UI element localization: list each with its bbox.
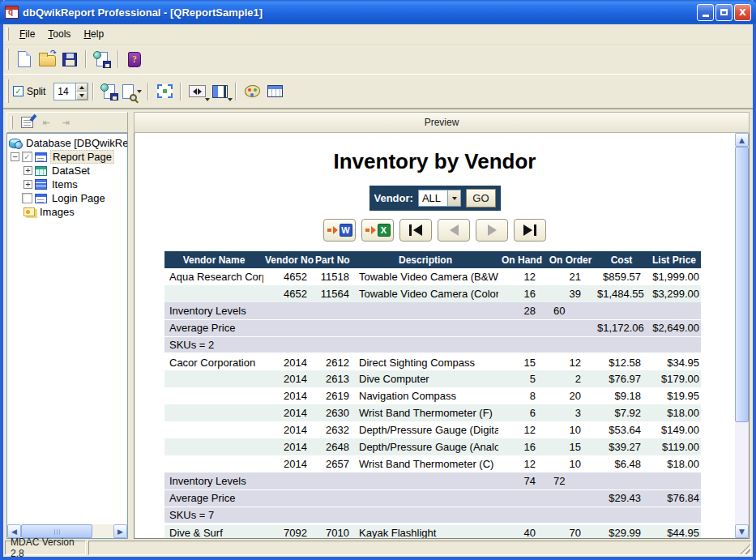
tree-toolbar: ⇤ ⇥ [6, 112, 128, 133]
table-cell: 16 [498, 438, 545, 455]
table-cell: Aqua Research Corp. [164, 268, 263, 285]
first-icon [413, 224, 422, 236]
table-cell: 16 [498, 285, 545, 302]
panel-splitter[interactable] [128, 112, 134, 539]
resize-grip[interactable] [740, 544, 750, 554]
summary-row: Inventory Levels7472 [164, 472, 701, 489]
first-page-button[interactable] [399, 219, 432, 242]
tree-checkbox[interactable]: ✓ [22, 152, 32, 162]
menu-help[interactable]: Help [77, 26, 110, 42]
table-cell: SKUs = 2 [164, 336, 263, 353]
preview-vertical-scrollbar[interactable]: ▲ ▼ [735, 133, 749, 538]
table-cell [164, 370, 263, 387]
table-cell: Towable Video Camera (Color) [352, 285, 498, 302]
layout-columns-button[interactable] [209, 81, 230, 102]
split-count-spinner[interactable]: 14 [53, 83, 88, 100]
dataset-icon [35, 166, 47, 176]
scroll-right-button[interactable]: ▶ [113, 524, 127, 538]
palette-button[interactable] [241, 81, 263, 102]
toolbar-grip [6, 49, 9, 69]
collapse-icon[interactable]: − [11, 152, 19, 161]
table-cell [352, 302, 498, 319]
tree-item-items[interactable]: +Items [9, 177, 127, 191]
tree-item-images[interactable]: Images [9, 205, 127, 219]
tree-view: Database [DBQwikRe−✓Report Page+DataSet+… [6, 133, 128, 539]
expand-icon[interactable]: + [23, 180, 32, 189]
table-cell: 11564 [314, 285, 352, 302]
word-export-icon: W [340, 224, 352, 237]
save-button[interactable] [59, 49, 80, 70]
project-tree-panel: ⇤ ⇥ Database [DBQwikRe−✓Report Page+Data… [6, 112, 128, 539]
table-cell: $76.84 [647, 489, 701, 507]
tree-item-login-page[interactable]: Login Page [9, 191, 127, 205]
print-preview-button[interactable] [122, 81, 143, 102]
previous-page-button [438, 219, 470, 242]
table-cell: 2014 [263, 370, 314, 387]
table-cell: $859.57 [596, 268, 647, 285]
table-cell: $3,299.00 [647, 285, 701, 302]
table-cell [498, 336, 545, 353]
export-word-button[interactable]: W [323, 219, 356, 242]
tree-item-dataset[interactable]: +DataSet [9, 164, 127, 177]
table-cell: $18.00 [647, 455, 701, 472]
table-cell: Average Price [164, 489, 263, 507]
open-button[interactable] [36, 49, 58, 70]
column-header: On Hand [498, 251, 545, 268]
table-cell: Average Price [164, 319, 263, 336]
publish-icon [96, 52, 108, 66]
scrollbar-track[interactable] [92, 524, 113, 538]
main-toolbar: ? [3, 45, 753, 74]
selection-icon [157, 84, 173, 98]
menu-file[interactable]: File [13, 26, 41, 42]
close-button[interactable]: X [734, 4, 751, 21]
title-bar[interactable]: dbQwikReport Professional - [QReportSamp… [0, 0, 756, 24]
tree-item-report-page[interactable]: −✓Report Page [9, 150, 127, 164]
table-cell: 2 [545, 370, 596, 387]
vendor-select-arrow-button[interactable] [447, 190, 460, 206]
menu-tools[interactable]: Tools [41, 26, 77, 42]
maximize-button[interactable] [715, 4, 733, 21]
column-header: Vendor Name [164, 251, 263, 268]
table-cell: $12.58 [596, 353, 647, 370]
tree-checkbox[interactable] [22, 193, 32, 203]
table-row: 465211564Towable Video Camera (Color)163… [164, 285, 701, 302]
table-cell [498, 507, 545, 524]
window-title: dbQwikReport Professional - [QReportSamp… [23, 6, 697, 19]
go-button[interactable]: GO [466, 189, 495, 207]
table-cell: $7.92 [596, 404, 647, 421]
table-cell [596, 336, 647, 353]
new-button[interactable] [14, 49, 35, 70]
publish-button[interactable] [92, 49, 113, 70]
spinner-down-button[interactable] [76, 92, 88, 100]
preview-header: Preview [134, 112, 750, 133]
vendor-filter-bar: Vendor: ALL GO [369, 186, 501, 211]
split-checkbox[interactable]: ✓ [13, 86, 23, 96]
table-cell: 15 [545, 438, 596, 455]
properties-button[interactable] [17, 113, 36, 131]
status-text: MDAC Version 2.8 [11, 536, 80, 559]
selection-mode-button[interactable] [154, 81, 175, 102]
table-cell: $149.00 [647, 421, 701, 438]
summary-row: SKUs = 7 [164, 507, 701, 524]
help-button[interactable]: ? [124, 49, 145, 70]
table-cell: Depth/Pressure Gauge (Analog) [352, 438, 498, 455]
table-cell: $179.00 [647, 370, 701, 387]
table-cell: 12 [545, 353, 596, 370]
grid-button[interactable] [264, 81, 285, 102]
export-excel-button[interactable]: X [361, 219, 394, 242]
table-cell: Inventory Levels [164, 472, 263, 489]
swap-panels-button[interactable] [186, 81, 207, 102]
table-cell [263, 336, 314, 353]
scrollbar-thumb[interactable] [735, 147, 749, 422]
expand-icon[interactable]: + [23, 166, 32, 175]
scroll-down-button[interactable]: ▼ [735, 524, 749, 538]
arrow-icon [365, 229, 369, 232]
minimize-button[interactable] [697, 4, 714, 21]
scroll-up-button[interactable]: ▲ [735, 133, 749, 147]
save-report-button[interactable] [99, 81, 120, 102]
vendor-select[interactable]: ALL [418, 190, 461, 207]
tree-item-database[interactable]: Database [DBQwikRe [9, 136, 127, 150]
table-cell [545, 507, 596, 524]
spinner-up-button[interactable] [76, 83, 88, 92]
last-page-button[interactable] [514, 219, 546, 242]
